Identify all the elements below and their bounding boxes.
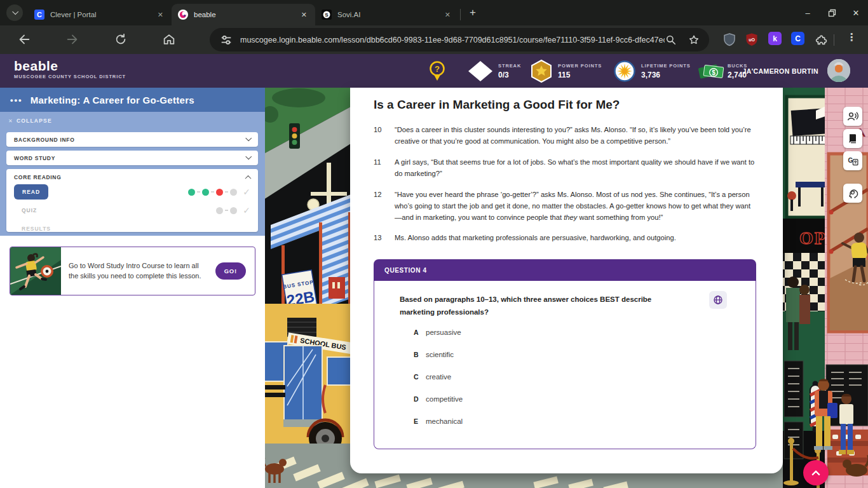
- paragraph-number: 11: [374, 157, 395, 180]
- extensions-puzzle-icon[interactable]: [814, 32, 829, 47]
- choice-text: creative: [426, 373, 451, 381]
- toolbar-separator: [834, 34, 834, 46]
- power-points-stat: POWER POINTS 115: [558, 63, 602, 79]
- home-icon[interactable]: [162, 32, 176, 46]
- privacy-shield-icon[interactable]: [722, 32, 737, 47]
- tab-sovi-ai[interactable]: S Sovi.AI ✕: [315, 4, 459, 25]
- read-aloud-button[interactable]: [843, 107, 862, 126]
- bucks-icon: $: [696, 61, 726, 81]
- svg-text:OP: OP: [799, 228, 827, 248]
- browser-tab-strip: C Clever | Portal ✕ beable ✕ S Sovi.AI ✕…: [0, 0, 868, 25]
- progress-dot: [188, 189, 195, 196]
- paragraph-13: 13 Ms. Alonso adds that marketing profes…: [374, 233, 757, 244]
- workspace: BUS STOP 22B SCHOOL BUS: [0, 88, 868, 488]
- translate-question-button[interactable]: [709, 291, 727, 309]
- go-button[interactable]: GO!: [215, 262, 246, 280]
- app-header: beable MUSCOGEE COUNTY SCHOOL DISTRICT ?…: [0, 54, 868, 88]
- choice-a[interactable]: A persuasive: [400, 329, 679, 336]
- url-bar[interactable]: muscogee.login.beable.com/lesson/dbb6cd6…: [240, 36, 665, 44]
- streak-stat: STREAK 0/3: [498, 63, 521, 79]
- choice-letter: A: [414, 329, 426, 336]
- review-mode-button[interactable]: [843, 184, 862, 203]
- accordion-label: CORE READING: [14, 174, 62, 180]
- promo-text: Go to Word Study Intro Course to learn a…: [61, 261, 215, 281]
- tab-clever-portal[interactable]: C Clever | Portal ✕: [28, 4, 172, 25]
- paragraph-text-post: want something from you!”: [577, 214, 663, 221]
- accessibility-toolbar: G: [843, 107, 862, 206]
- avatar[interactable]: [827, 59, 850, 82]
- translate-button[interactable]: G: [843, 151, 862, 170]
- tab-title: Sovi.AI: [337, 11, 442, 18]
- chevron-down-icon: [245, 153, 252, 159]
- minimize-button[interactable]: –: [796, 0, 820, 25]
- question-card: QUESTION 4 Based on paragraphs 10–13, wh…: [374, 259, 756, 449]
- clever-extension-icon[interactable]: C: [791, 32, 804, 45]
- book-icon: [846, 132, 859, 145]
- choice-d[interactable]: D competitive: [400, 395, 679, 403]
- tab-close-icon[interactable]: ✕: [442, 10, 454, 20]
- help-pin-icon[interactable]: ?: [428, 60, 446, 82]
- results-item[interactable]: RESULTS: [14, 226, 51, 232]
- browser-menu-icon[interactable]: ⋮: [846, 31, 857, 43]
- zoom-icon[interactable]: [665, 34, 677, 46]
- lifetime-points-stat: LIFETIME POINTS 3,736: [641, 63, 691, 79]
- brand-name: beable: [14, 59, 126, 73]
- lesson-header: ••• Marketing: A Career for Go-Getters: [0, 88, 265, 112]
- lesson-menu-icon[interactable]: •••: [10, 95, 23, 105]
- quiz-item[interactable]: QUIZ: [14, 207, 37, 214]
- choice-text: persuasive: [426, 329, 461, 336]
- omnibox[interactable]: muscogee.login.beable.com/lesson/dbb6cd6…: [210, 28, 709, 51]
- clever-favicon: C: [34, 10, 44, 20]
- power-points-value: 115: [558, 71, 602, 79]
- dictionary-button[interactable]: [843, 129, 862, 148]
- read-row: READ ✓: [14, 184, 250, 200]
- choice-b[interactable]: B scientific: [400, 351, 679, 358]
- check-icon: ✓: [243, 205, 250, 215]
- accordion-background-info[interactable]: BACKGROUND INFO: [6, 132, 258, 147]
- word-study-promo-card: Go to Word Study Intro Course to learn a…: [10, 247, 255, 295]
- user-name: JA'CAMERON BURTIN: [731, 67, 818, 75]
- core-reading-header[interactable]: CORE READING: [14, 174, 250, 180]
- ublock-icon[interactable]: uO: [744, 32, 759, 47]
- back-icon[interactable]: [17, 32, 31, 46]
- tab-close-icon[interactable]: ✕: [298, 10, 310, 20]
- new-tab-button[interactable]: +: [465, 4, 481, 21]
- scroll-to-top-button[interactable]: [803, 460, 829, 485]
- tab-separator: [460, 9, 461, 20]
- choice-e[interactable]: E mechanical: [400, 417, 679, 425]
- tab-close-icon[interactable]: ✕: [154, 10, 166, 20]
- reading-title: Is a Career in Marketing a Good Fit for …: [374, 98, 757, 112]
- close-window-button[interactable]: ✕: [844, 0, 868, 25]
- reload-icon[interactable]: [114, 32, 128, 46]
- choice-letter: B: [414, 351, 426, 358]
- globe-icon: [712, 294, 724, 306]
- beable-favicon: [178, 10, 188, 20]
- kami-extension-icon[interactable]: k: [768, 32, 782, 45]
- progress-dot: [202, 189, 209, 196]
- lifetime-points-label: LIFETIME POINTS: [641, 63, 691, 69]
- bookmark-star-icon[interactable]: [688, 34, 700, 46]
- collapse-button[interactable]: ✕COLLAPSE: [8, 118, 52, 124]
- tab-beable[interactable]: beable ✕: [172, 4, 315, 25]
- check-icon: ✓: [243, 187, 250, 197]
- paragraph-text: Ms. Alonso adds that marketing professio…: [395, 233, 757, 244]
- streak-diamond-icon: [468, 60, 493, 82]
- choice-c[interactable]: C creative: [400, 373, 679, 381]
- progress-dash: [225, 191, 228, 193]
- restore-button[interactable]: [820, 0, 844, 25]
- accordion-word-study[interactable]: WORD STUDY: [6, 151, 258, 165]
- quiz-progress: ✓: [216, 205, 250, 215]
- results-row: RESULTS: [14, 222, 250, 233]
- progress-dot: [216, 207, 223, 214]
- tab-search-button[interactable]: [6, 4, 23, 21]
- forward-icon[interactable]: [65, 32, 79, 46]
- choice-text: competitive: [426, 395, 463, 403]
- power-points-badge-icon: [530, 59, 553, 83]
- answer-choices: A persuasive B scientific C creative D: [400, 329, 679, 425]
- question-body: Based on paragraphs 10–13, which three a…: [374, 281, 756, 449]
- choice-letter: D: [414, 395, 426, 403]
- site-settings-icon[interactable]: [220, 34, 233, 46]
- window-controls: – ✕: [796, 0, 868, 25]
- read-button[interactable]: READ: [14, 184, 48, 200]
- paragraph-number: 13: [374, 233, 395, 244]
